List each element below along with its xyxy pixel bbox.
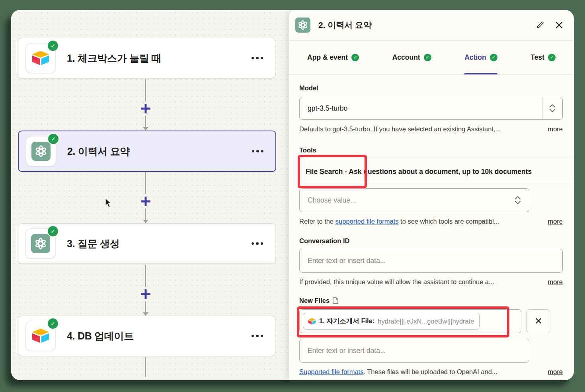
airtable-icon: ✓: [25, 321, 56, 351]
step-card-4[interactable]: ✓ 4. DB 업데이트: [18, 316, 275, 356]
airtable-icon: [308, 318, 316, 325]
check-icon: ✓: [490, 54, 497, 61]
new-files-label: New Files: [299, 297, 563, 304]
airtable-icon: ✓: [25, 43, 56, 73]
connector-line: [145, 357, 146, 377]
connector-line: [145, 301, 146, 312]
step-detail-panel: 2. 이력서 요약 App & event ✓ Account ✓: [289, 10, 574, 380]
tab-label: App & event: [307, 53, 348, 62]
tools-label: Tools: [299, 146, 563, 154]
connector-line: [145, 265, 146, 287]
tab-label: Test: [530, 53, 544, 62]
document-icon: [333, 297, 338, 304]
divider: [289, 74, 574, 75]
mapped-field-pill[interactable]: 1. 자기소개서 File: hydrate|||.eJxN...goeBw||…: [303, 313, 480, 330]
add-step-button-2[interactable]: [140, 196, 151, 207]
tab-action[interactable]: Action ✓: [464, 41, 497, 74]
conversation-id-label: Conversation ID: [299, 237, 563, 245]
new-files-help-text: Supported file formats. These files will…: [299, 368, 542, 376]
conversation-id-more-link[interactable]: more: [548, 278, 563, 286]
check-icon: ✓: [424, 54, 431, 61]
conversation-id-field[interactable]: [299, 249, 563, 273]
step-card-2-selected[interactable]: ✓ 2. 이력서 요약: [18, 131, 276, 172]
new-files-extra-field[interactable]: [299, 339, 529, 363]
tab-label: Action: [464, 53, 486, 62]
supported-file-formats-link[interactable]: supported file formats: [335, 218, 399, 225]
edit-title-icon[interactable]: [535, 20, 545, 30]
connector-line: [145, 79, 146, 101]
supported-file-formats-link[interactable]: Supported file formats: [299, 368, 363, 375]
step-success-badge: ✓: [47, 225, 59, 237]
connector-line: [145, 116, 146, 127]
add-step-button-3[interactable]: [140, 289, 151, 300]
app-window: ✓ 1. 체크박스가 눌릴 때 ✓ 2. 이력서 요약: [11, 10, 574, 380]
step-title: 4. DB 업데이트: [67, 330, 249, 343]
tab-test[interactable]: Test ✓: [530, 41, 556, 74]
step-title: 3. 질문 생성: [67, 237, 249, 250]
connector-arrow-icon: [143, 220, 148, 223]
openai-icon: [295, 18, 310, 33]
step-success-badge: ✓: [47, 318, 59, 330]
step-card-3[interactable]: ✓ 3. 질문 생성: [18, 223, 275, 264]
close-icon[interactable]: [554, 20, 564, 30]
step-card-1[interactable]: ✓ 1. 체크박스가 눌릴 때: [18, 38, 275, 78]
step-success-badge: ✓: [47, 40, 59, 52]
step-title: 1. 체크박스가 눌릴 때: [67, 52, 249, 65]
tab-label: Account: [392, 53, 420, 62]
step-title: 2. 이력서 요약: [67, 145, 250, 158]
step-menu-button[interactable]: [250, 148, 266, 155]
model-label: Model: [299, 84, 563, 92]
check-icon: ✓: [548, 54, 556, 61]
pill-field-name: 1. 자기소개서 File:: [319, 317, 374, 326]
add-step-button-1[interactable]: [140, 103, 151, 114]
tools-value-input[interactable]: [307, 196, 514, 205]
model-value: gpt-3.5-turbo: [308, 104, 347, 113]
new-files-extra-input[interactable]: [307, 346, 522, 355]
pill-field-value: hydrate|||.eJxN...goeBw|||hydrate: [378, 318, 474, 325]
tab-app-and-event[interactable]: App & event ✓: [307, 41, 359, 74]
step-menu-button[interactable]: [249, 55, 266, 62]
tools-selected-text: File Search - Ask questions about a docu…: [306, 168, 532, 176]
openai-icon: ✓: [26, 136, 56, 166]
step-menu-button[interactable]: [249, 240, 266, 248]
panel-title: 2. 이력서 요약: [318, 20, 526, 31]
new-files-more-link[interactable]: more: [548, 368, 563, 376]
step-success-badge: ✓: [47, 133, 59, 145]
model-select[interactable]: gpt-3.5-turbo: [299, 97, 542, 120]
panel-header: 2. 이력서 요약: [289, 10, 574, 40]
new-files-field[interactable]: 1. 자기소개서 File: hydrate|||.eJxN...goeBw||…: [299, 309, 521, 333]
model-select-stepper[interactable]: [542, 97, 563, 120]
remove-file-button[interactable]: ✕: [526, 309, 550, 333]
chevron-updown-icon: [514, 196, 522, 205]
tab-bar: App & event ✓ Account ✓ Action ✓ Test ✓: [289, 41, 574, 74]
model-more-link[interactable]: more: [548, 125, 563, 133]
connector-line: [145, 209, 146, 220]
tools-help-text: Refer to the supported file formats to s…: [299, 218, 542, 225]
conversation-id-help-text: If provided, this unique value will allo…: [299, 278, 542, 286]
tools-more-link[interactable]: more: [548, 218, 563, 225]
check-icon: ✓: [351, 54, 359, 61]
connector-arrow-icon: [143, 127, 148, 131]
tools-selected-option[interactable]: File Search - Ask questions about a docu…: [299, 159, 574, 184]
openai-icon: ✓: [25, 228, 56, 259]
model-help-text: Defaults to gpt-3.5-turbo. If you have s…: [299, 125, 542, 133]
connector-line: [145, 172, 146, 194]
tab-account[interactable]: Account ✓: [392, 41, 431, 74]
conversation-id-input[interactable]: [307, 256, 555, 265]
step-menu-button[interactable]: [249, 332, 266, 340]
tools-value-select[interactable]: [299, 188, 529, 212]
